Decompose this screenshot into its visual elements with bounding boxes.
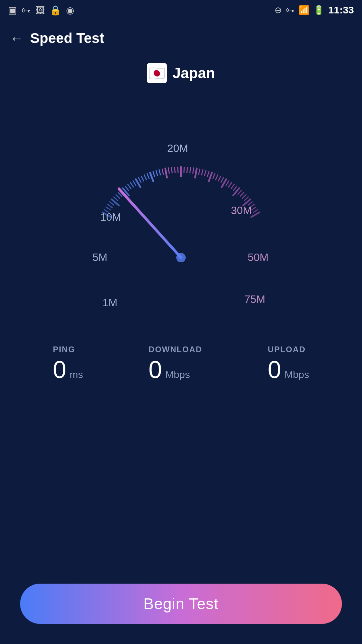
svg-line-32	[187, 167, 187, 173]
svg-line-53	[242, 195, 246, 198]
gauge-label-50m: 50M	[248, 251, 268, 263]
gauge-label-5m: 5M	[93, 251, 107, 263]
country-flag: 🇯🇵	[147, 63, 167, 83]
svg-line-26	[168, 168, 169, 173]
svg-line-20	[150, 172, 154, 181]
upload-value: 0	[268, 358, 281, 382]
svg-line-35	[195, 168, 197, 178]
gauge-label-75m: 75M	[244, 293, 265, 305]
status-right-icons: ⊖ 🗝 📶 🔋 11:33	[275, 4, 354, 16]
begin-test-button[interactable]: Begin Test	[20, 584, 342, 624]
svg-line-28	[175, 167, 175, 173]
upload-unit: Mbps	[285, 369, 309, 380]
svg-line-43	[218, 176, 221, 181]
svg-line-31	[184, 167, 184, 172]
svg-line-48	[231, 184, 234, 189]
svg-line-23	[159, 170, 161, 175]
svg-line-25	[165, 168, 167, 178]
circle-icon: ◉	[66, 5, 74, 16]
svg-line-22	[156, 170, 158, 175]
svg-line-38	[204, 170, 206, 175]
gauge-label-10m: 10M	[100, 211, 121, 223]
gauge-label-1m: 1M	[103, 297, 117, 309]
country-name: Japan	[172, 65, 215, 82]
ping-label: PING	[53, 345, 75, 354]
svg-line-46	[226, 181, 229, 185]
svg-line-36	[199, 169, 200, 174]
svg-line-58	[252, 207, 256, 210]
svg-line-49	[233, 186, 237, 191]
svg-line-24	[162, 169, 163, 174]
svg-line-51	[238, 190, 242, 194]
gauge-needle	[119, 189, 181, 258]
svg-line-33	[190, 167, 191, 173]
download-stat: DOWNLOAD 0 Mbps	[148, 345, 202, 382]
gauge-pivot	[176, 253, 186, 262]
gauge-label-30m: 30M	[231, 204, 252, 216]
svg-line-59	[253, 210, 258, 212]
key-icon: 🗝	[21, 5, 31, 16]
battery-icon: 🔋	[313, 5, 324, 15]
stats-row: PING 0 ms DOWNLOAD 0 Mbps UPLOAD 0 Mbps	[0, 331, 362, 395]
download-label: DOWNLOAD	[148, 345, 202, 354]
svg-line-4	[110, 202, 114, 205]
download-unit: Mbps	[165, 369, 190, 380]
svg-line-42	[216, 175, 218, 180]
svg-line-2	[106, 207, 110, 210]
sim-card-icon: ▣	[8, 5, 17, 16]
vpn-key-icon: 🗝	[286, 5, 295, 15]
download-value: 0	[148, 358, 162, 382]
svg-line-40	[209, 172, 212, 181]
svg-line-11	[125, 186, 129, 191]
svg-line-19	[147, 174, 149, 179]
begin-test-wrapper: Begin Test	[20, 584, 342, 624]
gauge-svg: // We'll draw ticks in the SVG using JS …	[64, 90, 298, 325]
download-value-row: 0 Mbps	[148, 358, 190, 382]
svg-line-44	[221, 178, 224, 182]
ping-unit: ms	[70, 369, 83, 380]
country-row: 🇯🇵 Japan	[0, 63, 362, 83]
svg-line-54	[244, 197, 248, 201]
image-icon: 🖼	[36, 5, 45, 16]
ping-stat: PING 0 ms	[53, 345, 83, 382]
svg-line-14	[133, 181, 136, 185]
svg-line-37	[201, 170, 203, 175]
upload-stat: UPLOAD 0 Mbps	[268, 345, 309, 382]
ping-value: 0	[53, 358, 66, 382]
svg-line-39	[207, 171, 209, 176]
svg-line-52	[240, 193, 244, 197]
speed-gauge: // We'll draw ticks in the SVG using JS …	[64, 90, 298, 325]
status-bar: ▣ 🗝 🖼 🔒 ◉ ⊖ 🗝 📶 🔋 11:33	[0, 0, 362, 20]
upload-value-row: 0 Mbps	[268, 358, 309, 382]
svg-line-13	[130, 182, 133, 187]
ping-value-row: 0 ms	[53, 358, 83, 382]
lock-icon: 🔒	[50, 5, 61, 16]
svg-line-34	[193, 168, 193, 173]
svg-line-6	[114, 197, 118, 201]
svg-line-29	[178, 167, 178, 172]
upload-label: UPLOAD	[268, 345, 306, 354]
svg-line-3	[108, 204, 112, 207]
back-button[interactable]: ←	[10, 31, 23, 46]
svg-line-60	[251, 212, 259, 217]
status-left-icons: ▣ 🗝 🖼 🔒 ◉	[8, 5, 74, 16]
gauge-label-20m: 20M	[167, 142, 188, 154]
svg-line-16	[138, 178, 141, 182]
svg-line-7	[116, 195, 120, 198]
svg-line-41	[213, 174, 215, 179]
svg-line-18	[144, 175, 146, 180]
minus-icon: ⊖	[275, 5, 282, 15]
svg-line-12	[128, 184, 131, 189]
status-time: 11:33	[328, 4, 354, 16]
page-title: Speed Test	[30, 30, 104, 46]
svg-line-47	[229, 182, 232, 187]
svg-line-17	[141, 176, 144, 181]
header: ← Speed Test	[0, 20, 362, 53]
svg-line-27	[172, 167, 172, 173]
svg-line-21	[153, 171, 155, 176]
signal-icon: 📶	[299, 5, 309, 15]
